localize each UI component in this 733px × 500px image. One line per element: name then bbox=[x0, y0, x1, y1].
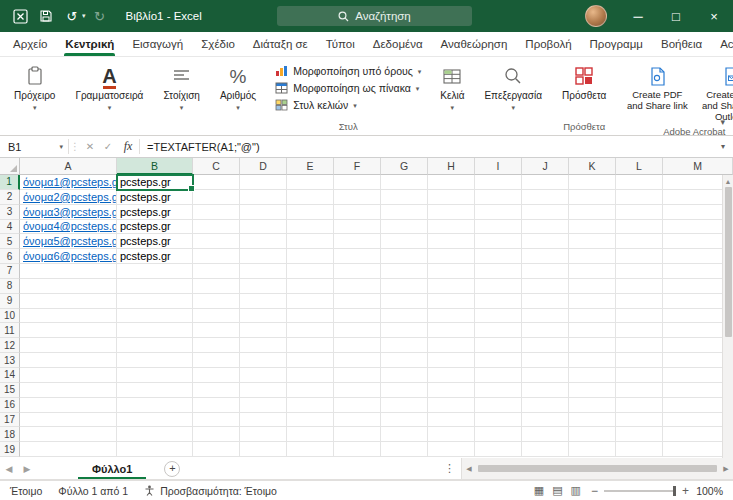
row-header-6[interactable]: 6 bbox=[0, 249, 20, 264]
cell-D10[interactable] bbox=[240, 309, 287, 324]
cell-C4[interactable] bbox=[193, 220, 240, 235]
undo-dropdown-icon[interactable]: ▾ bbox=[82, 12, 86, 20]
cell-K6[interactable] bbox=[569, 249, 616, 264]
column-header-L[interactable]: L bbox=[616, 158, 663, 175]
cell-H18[interactable] bbox=[428, 427, 475, 442]
cell-B6[interactable]: pcsteps.gr bbox=[117, 249, 193, 264]
cell-K17[interactable] bbox=[569, 413, 616, 428]
cell-F13[interactable] bbox=[334, 353, 381, 368]
cell-A16[interactable] bbox=[20, 398, 117, 413]
cell-I7[interactable] bbox=[475, 264, 522, 279]
cell-K18[interactable] bbox=[569, 427, 616, 442]
cell-B8[interactable] bbox=[117, 279, 193, 294]
cell-K13[interactable] bbox=[569, 353, 616, 368]
cell-A11[interactable] bbox=[20, 323, 117, 338]
ribbon-tab-Προγραμμ[interactable]: Προγραμμ bbox=[581, 32, 652, 56]
ribbon-tab-Κεντρική[interactable]: Κεντρική bbox=[56, 32, 123, 56]
cell-I17[interactable] bbox=[475, 413, 522, 428]
insert-function-icon[interactable]: fx bbox=[117, 136, 139, 157]
cell-H14[interactable] bbox=[428, 368, 475, 383]
cell-C14[interactable] bbox=[193, 368, 240, 383]
cell-K9[interactable] bbox=[569, 294, 616, 309]
sheet-next-icon[interactable]: ▶ bbox=[18, 458, 36, 479]
zoom-level[interactable]: 100% bbox=[695, 485, 723, 497]
cell-J8[interactable] bbox=[522, 279, 569, 294]
cell-D17[interactable] bbox=[240, 413, 287, 428]
cell-H10[interactable] bbox=[428, 309, 475, 324]
cell-C17[interactable] bbox=[193, 413, 240, 428]
cell-L18[interactable] bbox=[616, 427, 663, 442]
cell-L6[interactable] bbox=[616, 249, 663, 264]
clipboard-button[interactable]: Πρόχειρο ▾ bbox=[10, 61, 59, 112]
cell-H5[interactable] bbox=[428, 234, 475, 249]
cell-B13[interactable] bbox=[117, 353, 193, 368]
cell-F14[interactable] bbox=[334, 368, 381, 383]
cell-B10[interactable] bbox=[117, 309, 193, 324]
row-header-1[interactable]: 1 bbox=[0, 175, 20, 190]
cell-F19[interactable] bbox=[334, 442, 381, 457]
cell-K5[interactable] bbox=[569, 234, 616, 249]
cell-C18[interactable] bbox=[193, 427, 240, 442]
column-header-H[interactable]: H bbox=[428, 158, 475, 175]
cell-H8[interactable] bbox=[428, 279, 475, 294]
ribbon-tab-Δεδομένα[interactable]: Δεδομένα bbox=[364, 32, 432, 56]
cell-K12[interactable] bbox=[569, 338, 616, 353]
row-header-4[interactable]: 4 bbox=[0, 220, 20, 235]
cell-D1[interactable] bbox=[240, 175, 287, 190]
cell-A4[interactable]: όνομα4@pcsteps.gr bbox=[20, 220, 117, 235]
cell-B16[interactable] bbox=[117, 398, 193, 413]
column-header-F[interactable]: F bbox=[334, 158, 381, 175]
cell-H7[interactable] bbox=[428, 264, 475, 279]
cell-K3[interactable] bbox=[569, 205, 616, 220]
cell-K7[interactable] bbox=[569, 264, 616, 279]
maximize-button[interactable]: □ bbox=[657, 0, 695, 32]
cell-D19[interactable] bbox=[240, 442, 287, 457]
cell-C16[interactable] bbox=[193, 398, 240, 413]
row-header-2[interactable]: 2 bbox=[0, 190, 20, 205]
cell-K2[interactable] bbox=[569, 190, 616, 205]
row-header-11[interactable]: 11 bbox=[0, 323, 20, 338]
cell-B14[interactable] bbox=[117, 368, 193, 383]
cell-G10[interactable] bbox=[381, 309, 428, 324]
cell-F18[interactable] bbox=[334, 427, 381, 442]
cell-D15[interactable] bbox=[240, 383, 287, 398]
font-button[interactable]: A Γραμματοσειρά ▾ bbox=[71, 61, 147, 112]
zoom-slider[interactable] bbox=[604, 490, 676, 492]
cell-A13[interactable] bbox=[20, 353, 117, 368]
account-avatar[interactable] bbox=[585, 5, 607, 27]
cell-C15[interactable] bbox=[193, 383, 240, 398]
cell-L11[interactable] bbox=[616, 323, 663, 338]
cell-L5[interactable] bbox=[616, 234, 663, 249]
row-header-19[interactable]: 19 bbox=[0, 442, 20, 457]
row-header-16[interactable]: 16 bbox=[0, 398, 20, 413]
column-header-G[interactable]: G bbox=[381, 158, 428, 175]
cell-H12[interactable] bbox=[428, 338, 475, 353]
cell-D14[interactable] bbox=[240, 368, 287, 383]
cell-B4[interactable]: pcsteps.gr bbox=[117, 220, 193, 235]
column-header-E[interactable]: E bbox=[287, 158, 334, 175]
cell-F11[interactable] bbox=[334, 323, 381, 338]
cell-E16[interactable] bbox=[287, 398, 334, 413]
row-header-9[interactable]: 9 bbox=[0, 294, 20, 309]
cell-A6[interactable]: όνομα6@pcsteps.gr bbox=[20, 249, 117, 264]
cell-J4[interactable] bbox=[522, 220, 569, 235]
cell-E10[interactable] bbox=[287, 309, 334, 324]
cell-A14[interactable] bbox=[20, 368, 117, 383]
cell-G13[interactable] bbox=[381, 353, 428, 368]
cell-G14[interactable] bbox=[381, 368, 428, 383]
cell-J17[interactable] bbox=[522, 413, 569, 428]
cell-I15[interactable] bbox=[475, 383, 522, 398]
cell-B11[interactable] bbox=[117, 323, 193, 338]
column-header-M[interactable]: M bbox=[663, 158, 733, 175]
cell-C8[interactable] bbox=[193, 279, 240, 294]
cell-H11[interactable] bbox=[428, 323, 475, 338]
cell-B9[interactable] bbox=[117, 294, 193, 309]
cell-D2[interactable] bbox=[240, 190, 287, 205]
cell-E14[interactable] bbox=[287, 368, 334, 383]
cell-B7[interactable] bbox=[117, 264, 193, 279]
row-header-10[interactable]: 10 bbox=[0, 309, 20, 324]
ribbon-collapse-icon[interactable]: ▾ bbox=[720, 117, 725, 127]
save-icon[interactable] bbox=[34, 3, 58, 29]
cell-G5[interactable] bbox=[381, 234, 428, 249]
cell-K1[interactable] bbox=[569, 175, 616, 190]
